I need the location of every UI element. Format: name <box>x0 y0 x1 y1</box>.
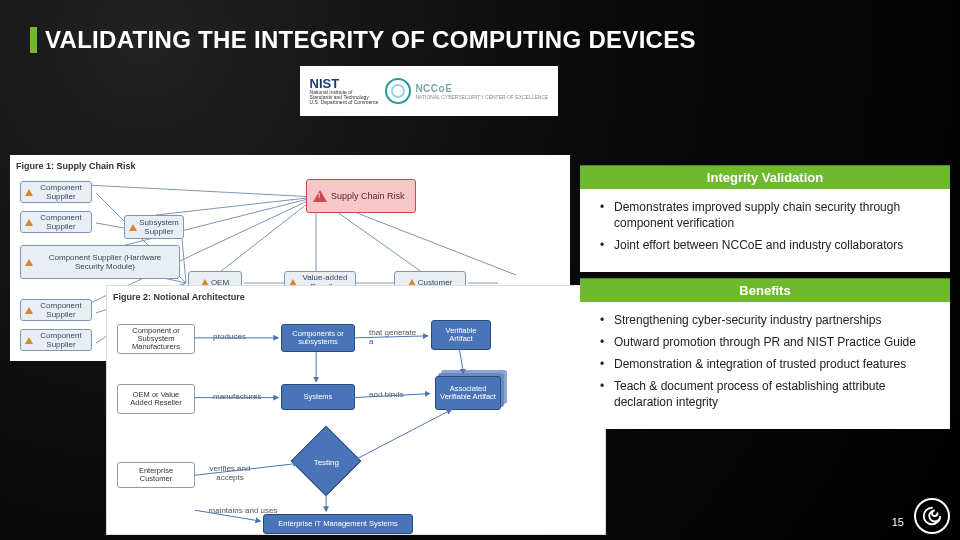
page-number: 15 <box>892 516 904 528</box>
title-accent-bar <box>30 27 37 53</box>
panels-area: Integrity Validation Demonstrates improv… <box>580 165 950 435</box>
nist-subtitle-3: U.S. Department of Commerce <box>310 100 379 105</box>
svg-line-6 <box>195 463 299 475</box>
list-item: Outward promotion through PR and NIST Pr… <box>600 334 934 350</box>
svg-line-1 <box>354 336 428 338</box>
list-item: Demonstrates improved supply chain secur… <box>600 199 934 231</box>
figure-2-caption: Figure 2: Notional Architecture <box>113 292 599 302</box>
node-component-supplier-3: Component Supplier <box>20 299 92 321</box>
svg-line-8 <box>195 510 261 521</box>
panel-heading: Integrity Validation <box>580 165 950 189</box>
nccoe-ring-icon <box>385 78 411 104</box>
supply-chain-risk-box: Supply Chain Risk <box>306 179 416 213</box>
warning-mini-icon <box>25 219 33 226</box>
figures-area: Figure 1: Supply Chain Risk Supply Chain… <box>10 155 570 361</box>
nccoe-logo: NCCoE NATIONAL CYBERSECURITY CENTER OF E… <box>385 78 548 104</box>
warning-mini-icon <box>129 224 137 231</box>
slide-title: VALIDATING THE INTEGRITY OF COMPUTING DE… <box>45 26 696 54</box>
svg-line-9 <box>352 410 452 462</box>
list-item: Strengthening cyber-security industry pa… <box>600 312 934 328</box>
brand-logo <box>914 498 950 534</box>
warning-mini-icon <box>25 259 33 266</box>
svg-line-5 <box>460 350 464 374</box>
node-component-supplier-1: Component Supplier <box>20 181 92 203</box>
figure-2-connectors <box>113 306 599 535</box>
node-component-supplier-2: Component Supplier <box>20 211 92 233</box>
svg-line-3 <box>354 394 430 398</box>
warning-mini-icon <box>25 307 33 314</box>
nccoe-wordmark: NCCoE <box>415 83 548 94</box>
panel-integrity-validation: Integrity Validation Demonstrates improv… <box>580 165 950 272</box>
spiral-icon <box>921 505 943 527</box>
panel-heading: Benefits <box>580 278 950 302</box>
node-component-supplier-4: Component Supplier <box>20 329 92 351</box>
content-area: Figure 1: Supply Chain Risk Supply Chain… <box>10 155 950 530</box>
panel-benefits: Benefits Strengthening cyber-security in… <box>580 278 950 429</box>
warning-mini-icon <box>25 189 33 196</box>
list-item: Demonstration & integration of trusted p… <box>600 356 934 372</box>
nist-logo: NIST National Institute of Standards and… <box>310 77 379 105</box>
list-item: Joint effort between NCCoE and industry … <box>600 237 934 253</box>
panel-list: Strengthening cyber-security industry pa… <box>580 302 950 429</box>
slide-title-row: VALIDATING THE INTEGRITY OF COMPUTING DE… <box>0 0 960 62</box>
logo-strip: NIST National Institute of Standards and… <box>300 66 558 116</box>
figure-1-caption: Figure 1: Supply Chain Risk <box>16 161 564 171</box>
risk-label: Supply Chain Risk <box>331 191 405 201</box>
node-subsystem-supplier: Subsystem Supplier <box>124 215 184 239</box>
figure-2: Figure 2: Notional Architecture Componen… <box>106 285 606 535</box>
node-hsm: Component Supplier (Hardware Security Mo… <box>20 245 180 279</box>
list-item: Teach & document process of establishing… <box>600 378 934 410</box>
warning-icon <box>313 190 327 202</box>
nccoe-subtitle: NATIONAL CYBERSECURITY CENTER OF EXCELLE… <box>415 94 548 100</box>
panel-list: Demonstrates improved supply chain secur… <box>580 189 950 272</box>
figure-2-body: Component or Subsystem Manufacturers OEM… <box>113 306 599 540</box>
warning-mini-icon <box>25 337 33 344</box>
